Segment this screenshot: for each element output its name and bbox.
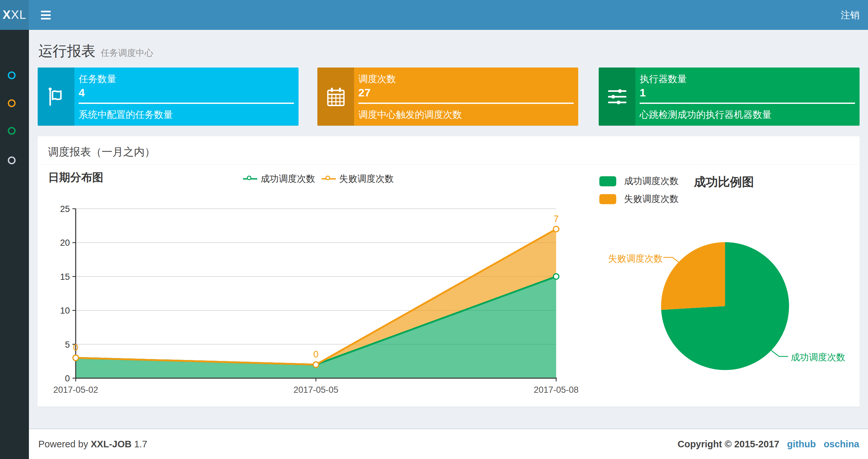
info-box-label: 调度次数 (358, 73, 396, 86)
panel-title: 调度报表（一月之内） (48, 145, 155, 159)
sidebar-toggle-button[interactable] (33, 0, 58, 30)
sliders-icon (599, 67, 636, 126)
info-box-label: 执行器数量 (640, 73, 687, 86)
info-box-content: 执行器数量 1 心跳检测成功的执行器机器数量 (640, 67, 855, 126)
info-box-label: 任务数量 (79, 73, 116, 86)
svg-text:0: 0 (73, 342, 78, 353)
powered-by-text: Powered by XXL-JOB 1.7 (38, 429, 147, 459)
sidebar (0, 30, 29, 459)
svg-text:2017-05-05: 2017-05-05 (293, 385, 338, 395)
info-box-divider (79, 103, 294, 104)
page-subtitle: 任务调度中心 (101, 47, 153, 59)
page-header: 运行报表 任务调度中心 (38, 41, 153, 61)
oschina-link[interactable]: oschina (824, 439, 859, 449)
date-distribution-chart: 日期分布图 成功调度次数 失败调度次数 05101520252017-05-02… (42, 169, 594, 407)
svg-text:10: 10 (60, 306, 70, 316)
hamburger-icon (41, 14, 51, 16)
app-logo[interactable]: XXL (0, 0, 29, 30)
info-box-description: 心跳检测成功的执行器机器数量 (640, 108, 772, 122)
stacked-area-plot: 05101520252017-05-022017-05-052017-05-08… (42, 169, 594, 407)
hamburger-icon (41, 11, 51, 12)
info-box-divider (640, 103, 855, 104)
schedule-report-panel: 调度报表（一月之内） 日期分布图 成功调度次数 失败调度次数 051015202… (38, 136, 860, 407)
svg-text:20: 20 (60, 238, 70, 248)
sidebar-item-circle-icon[interactable] (8, 157, 16, 164)
info-box-executor-count: 执行器数量 1 心跳检测成功的执行器机器数量 (599, 67, 860, 126)
flag-icon (38, 67, 74, 126)
success-ratio-chart: 成功调度次数 失败调度次数 成功比例图 失败调度次数 成功调度次数 (594, 169, 860, 407)
logo-text-bold: X (3, 8, 11, 22)
svg-text:25: 25 (60, 204, 70, 214)
logout-link[interactable]: 注销 (841, 0, 860, 30)
calendar-icon (317, 67, 354, 126)
product-name: XXL-JOB (91, 439, 131, 449)
logo-text: XL (11, 8, 26, 22)
sidebar-item-circle-icon[interactable] (8, 99, 16, 107)
copyright-text: Copyright © 2015-2017githuboschina (678, 429, 859, 459)
info-box-divider (358, 103, 574, 104)
info-box-value: 27 (358, 86, 371, 99)
sidebar-item-circle-icon[interactable] (8, 127, 16, 135)
pie-label-success: 成功调度次数 (791, 351, 845, 364)
pie-plot (594, 169, 860, 407)
pie-label-fail: 失败调度次数 (600, 253, 663, 265)
info-box-trigger-count: 调度次数 27 调度中心触发的调度次数 (317, 67, 578, 126)
svg-text:0: 0 (65, 373, 70, 383)
svg-text:2017-05-08: 2017-05-08 (534, 385, 579, 395)
info-box-value: 1 (640, 86, 646, 99)
svg-text:2017-05-02: 2017-05-02 (53, 385, 98, 395)
info-box-job-count: 任务数量 4 系统中配置的任务数量 (38, 67, 299, 126)
svg-text:7: 7 (554, 214, 559, 224)
footer: Powered by XXL-JOB 1.7 Copyright © 2015-… (29, 428, 868, 459)
info-box-value: 4 (79, 86, 85, 99)
info-box-description: 系统中配置的任务数量 (79, 108, 173, 122)
info-box-description: 调度中心触发的调度次数 (358, 108, 462, 122)
hamburger-icon (41, 18, 51, 20)
panel-header: 调度报表（一月之内） (38, 136, 860, 165)
svg-text:5: 5 (65, 340, 70, 350)
top-navbar: XXL 注销 (0, 0, 868, 30)
info-box-content: 任务数量 4 系统中配置的任务数量 (79, 67, 294, 126)
svg-text:0: 0 (313, 349, 318, 359)
page-title: 运行报表 (38, 41, 95, 61)
sidebar-item-circle-icon[interactable] (8, 71, 16, 79)
info-box-content: 调度次数 27 调度中心触发的调度次数 (358, 67, 574, 126)
github-link[interactable]: github (787, 439, 816, 449)
svg-text:15: 15 (60, 272, 70, 282)
